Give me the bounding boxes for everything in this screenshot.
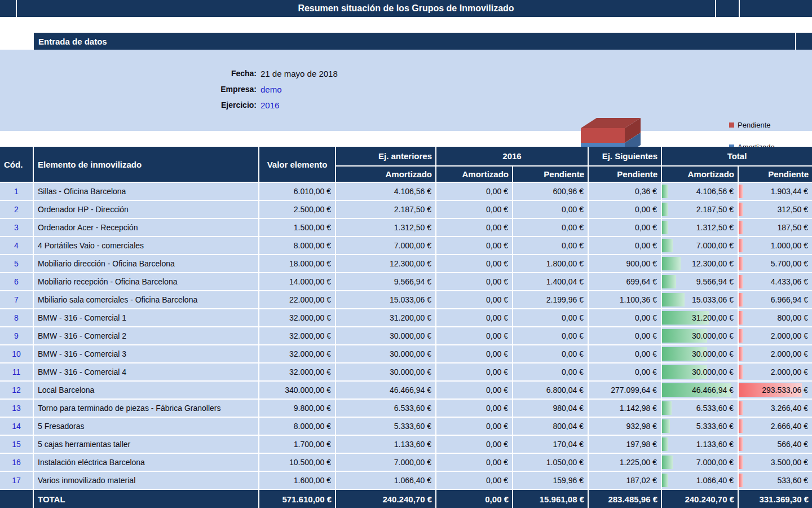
total-ej-anteriores-amortizado: 240.240,70 €: [336, 490, 435, 508]
cell-cod: 5: [0, 255, 33, 272]
ejercicio-value[interactable]: 2016: [261, 100, 279, 110]
cell-total-amortizado-value: 30.000,00 €: [692, 349, 734, 358]
cell-2016-amortizado: 0,00 €: [436, 472, 512, 489]
cell-cod: 17: [0, 472, 33, 489]
cell-2016-amortizado: 0,00 €: [436, 219, 512, 236]
pendiente-data-bar: [739, 347, 743, 361]
cell-total-amortizado-value: 46.466,94 €: [692, 386, 734, 395]
empresa-label: Empresa:: [0, 85, 257, 94]
cell-cod: 6: [0, 273, 33, 290]
cell-2016-pendiente: 0,00 €: [513, 345, 588, 362]
cell-ej-anteriores-amortizado: 30.000,00 €: [336, 345, 435, 362]
cell-total-pendiente: 6.966,94 €: [739, 291, 812, 308]
legend-item-pendiente: Pendiente: [729, 119, 775, 130]
cell-elemento: 5 Fresadoras: [34, 418, 258, 435]
cell-elemento: 4 Portátiles Vaio - comerciales: [34, 237, 258, 254]
cell-total-pendiente-value: 4.433,06 €: [771, 277, 808, 286]
cell-2016-amortizado: 0,00 €: [436, 436, 512, 453]
cell-ej-siguientes-pendiente: 187,02 €: [589, 472, 661, 489]
cell-2016-amortizado: 0,00 €: [436, 201, 512, 218]
entry-fields: Fecha: 21 de mayo de 2018 Empresa: demo …: [0, 65, 429, 113]
amortizado-data-bar: [662, 257, 681, 270]
cell-total-amortizado-value: 12.300,00 €: [692, 259, 734, 268]
amortizado-data-bar: [662, 456, 673, 469]
cell-ej-anteriores-amortizado: 46.466,94 €: [336, 382, 435, 398]
cell-2016-amortizado: 0,00 €: [436, 418, 512, 435]
cell-2016-amortizado: 0,00 €: [436, 255, 512, 272]
cell-ej-siguientes-pendiente: 277.099,64 €: [589, 382, 661, 398]
cell-total-amortizado: 2.187,50 €: [662, 201, 738, 218]
total-pendiente: 331.369,30 €: [739, 490, 812, 508]
cell-elemento: Mobiliario dirección - Oficina Barcelona: [34, 255, 258, 272]
fecha-value[interactable]: 21 de mayo de 2018: [261, 69, 338, 78]
cell-cod: 7: [0, 291, 33, 308]
amortizado-data-bar: [662, 203, 668, 216]
pendiente-data-bar: [739, 293, 743, 306]
cell-total-amortizado: 30.000,00 €: [662, 345, 738, 362]
subheader-total-pendiente: Pendiente: [739, 167, 812, 182]
cell-valor: 340.000,00 €: [259, 382, 335, 398]
cell-total-amortizado-value: 30.000,00 €: [692, 367, 734, 376]
legend-label-pendiente: Pendiente: [738, 121, 771, 129]
total-ej-siguientes-pendiente: 283.485,96 €: [589, 490, 661, 508]
pendiente-data-bar: [739, 401, 743, 415]
cell-total-pendiente-value: 533,60 €: [778, 476, 809, 485]
cell-valor: 22.000,00 €: [259, 291, 335, 308]
cell-2016-pendiente: 600,96 €: [513, 183, 588, 200]
cell-elemento: Ordenador HP - Dirección: [34, 201, 258, 218]
cell-total-amortizado-value: 1.312,50 €: [696, 223, 734, 232]
cell-valor: 2.500,00 €: [259, 201, 335, 218]
cell-elemento: BMW - 316 - Comercial 1: [34, 309, 258, 326]
cell-ej-anteriores-amortizado: 9.566,94 €: [336, 273, 435, 290]
cell-ej-siguientes-pendiente: 0,00 €: [589, 201, 661, 218]
cell-elemento: Instalación eléctrica Barcelona: [34, 454, 258, 471]
cell-ej-anteriores-amortizado: 31.200,00 €: [336, 309, 435, 326]
empresa-value[interactable]: demo: [261, 85, 282, 94]
cell-total-pendiente: 1.903,44 €: [739, 183, 812, 200]
amortizado-data-bar: [662, 419, 670, 433]
cell-ej-anteriores-amortizado: 7.000,00 €: [336, 454, 435, 471]
cell-2016-pendiente: 0,00 €: [513, 309, 588, 326]
pendiente-data-bar: [739, 257, 743, 270]
cell-total-amortizado: 7.000,00 €: [662, 237, 738, 254]
subheader-total-amortizado: Amortizado: [662, 167, 738, 182]
cell-2016-pendiente: 980,04 €: [513, 400, 588, 417]
cell-cod: 14: [0, 418, 33, 435]
amortizado-data-bar: [662, 221, 668, 234]
cell-2016-pendiente: 800,04 €: [513, 418, 588, 435]
cell-cod: 2: [0, 201, 33, 218]
cell-total-pendiente: 5.700,00 €: [739, 255, 812, 272]
cell-total-pendiente: 312,50 €: [739, 201, 812, 218]
gridline: [16, 0, 17, 17]
cell-total-amortizado-value: 9.566,94 €: [696, 277, 734, 286]
cell-total-pendiente-value: 1.000,00 €: [771, 241, 808, 250]
pendiente-data-bar: [739, 239, 743, 252]
cell-total-amortizado-value: 1.133,60 €: [696, 440, 734, 449]
cell-ej-anteriores-amortizado: 30.000,00 €: [336, 364, 435, 380]
gridline: [739, 0, 740, 17]
cell-ej-siguientes-pendiente: 0,00 €: [589, 345, 661, 362]
pendiente-data-bar: [739, 311, 743, 325]
cell-ej-siguientes-pendiente: 900,00 €: [589, 255, 661, 272]
cell-total-amortizado-value: 6.533,60 €: [696, 404, 734, 413]
cell-total-pendiente-value: 800,00 €: [778, 313, 809, 322]
pendiente-data-bar: [739, 419, 743, 433]
cell-cod: 9: [0, 327, 33, 344]
cell-valor: 32.000,00 €: [259, 327, 335, 344]
cell-cod: 15: [0, 436, 33, 453]
pendiente-data-bar: [739, 365, 743, 379]
cell-total-pendiente: 3.266,40 €: [739, 400, 812, 417]
cell-total-amortizado: 30.000,00 €: [662, 327, 738, 344]
cube-front-red-face: [581, 128, 625, 143]
cell-total-amortizado-value: 4.106,56 €: [696, 187, 734, 196]
cell-2016-pendiente: 1.800,00 €: [513, 255, 588, 272]
cell-elemento: Torno para terminado de piezas - Fábrica…: [34, 400, 258, 417]
cell-total-pendiente-value: 5.700,00 €: [771, 259, 808, 268]
cell-ej-anteriores-amortizado: 12.300,00 €: [336, 255, 435, 272]
cell-total-amortizado-value: 1.066,40 €: [696, 476, 734, 485]
cell-total-pendiente-value: 3.500,00 €: [771, 458, 808, 467]
cell-valor: 8.000,00 €: [259, 418, 335, 435]
cell-total-pendiente: 2.000,00 €: [739, 327, 812, 344]
cell-total-amortizado: 30.000,00 €: [662, 364, 738, 380]
cell-ej-anteriores-amortizado: 5.333,60 €: [336, 418, 435, 435]
